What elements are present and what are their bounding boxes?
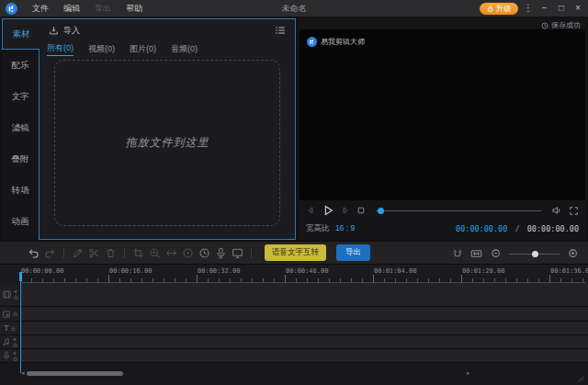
tab-video[interactable]: 视频(0): [88, 43, 115, 55]
magnet-button[interactable]: [451, 248, 463, 260]
toolbar: 语音文字互转 导出: [0, 241, 588, 265]
preview-info: 宽高比 16 : 9 00:00:00.00 / 00:00:00.00: [306, 223, 579, 234]
media-panel-content: 导入 所有(0) 视频(0) 图片(0) 音频(0) 拖放文件到这里: [39, 18, 296, 240]
list-icon: [275, 25, 286, 36]
duration-button[interactable]: [198, 247, 210, 259]
aspect-ratio-value[interactable]: 16 : 9: [335, 223, 355, 232]
maximize-button[interactable]: □: [555, 0, 568, 17]
lock-toggle-icon[interactable]: [14, 295, 18, 300]
import-button[interactable]: 导入: [49, 25, 80, 37]
dropzone-text: 拖放文件到这里: [126, 135, 209, 151]
prev-frame-button[interactable]: [306, 206, 315, 215]
menu-file[interactable]: 文件: [25, 0, 56, 17]
list-view-button[interactable]: [275, 25, 286, 36]
playhead-handle[interactable]: [19, 272, 22, 281]
sidebar-item-filter[interactable]: 滤镜: [2, 112, 39, 143]
lock-toggle-icon[interactable]: [11, 326, 16, 331]
ruler-label: 00:00:16.00: [109, 267, 152, 275]
time-separator: /: [514, 224, 519, 233]
play-button[interactable]: [322, 204, 334, 217]
fullscreen-button[interactable]: [569, 206, 579, 216]
sidebar-item-text[interactable]: 文字: [2, 81, 39, 112]
upgrade-button[interactable]: 升级: [480, 3, 518, 15]
playhead[interactable]: [20, 272, 21, 373]
voiceover-button[interactable]: [215, 247, 227, 259]
h-scrollbar-thumb[interactable]: [27, 371, 123, 376]
resize-grip-icon[interactable]: [576, 374, 585, 383]
speaker-toggle-icon[interactable]: [13, 351, 17, 356]
lock-toggle-icon[interactable]: [13, 343, 17, 347]
progress-handle[interactable]: [378, 208, 384, 214]
ruler-label: 00:00:48.00: [286, 267, 328, 275]
media-panel: 导入 所有(0) 视频(0) 图片(0) 音频(0) 拖放文件到这里 素材 配乐…: [2, 18, 296, 240]
motion-button[interactable]: [165, 247, 177, 259]
track-lane-voiceover: [20, 349, 588, 362]
zoom-out-button[interactable]: [490, 248, 502, 260]
sidebar-item-transition[interactable]: 转场: [2, 175, 39, 206]
speaker-toggle-icon[interactable]: [14, 289, 18, 294]
sidebar-item-overlay[interactable]: 叠附: [2, 143, 39, 175]
zoom-in-button[interactable]: [567, 248, 579, 260]
timeline: 00:00:00.00 00:00:16.00 00:00:32.00 00:0…: [0, 265, 588, 385]
tab-all[interactable]: 所有(0): [47, 42, 74, 56]
lock-icon: [487, 6, 493, 12]
lock-toggle-icon[interactable]: [13, 311, 17, 316]
stop-button[interactable]: [356, 206, 366, 215]
next-frame-button[interactable]: [341, 206, 350, 215]
zoom-button[interactable]: [149, 247, 161, 259]
progress-slider[interactable]: [376, 208, 541, 214]
delete-button[interactable]: [105, 247, 117, 259]
speaker-toggle-icon[interactable]: [13, 337, 17, 342]
app-window: 文件 编辑 导出 帮助 未命名 升级 ⋮ − □ × 导入: [0, 0, 588, 385]
zoom-slider-handle[interactable]: [532, 251, 538, 257]
snapshot-button[interactable]: [182, 247, 194, 259]
window-title: 未命名: [282, 3, 307, 15]
clock-icon: [198, 247, 210, 259]
expand-icon: [569, 206, 579, 216]
media-tabs: 所有(0) 视频(0) 图片(0) 音频(0): [40, 41, 295, 56]
export-button[interactable]: 导出: [336, 244, 370, 261]
menu-edit[interactable]: 编辑: [56, 0, 87, 17]
edit-button[interactable]: [72, 247, 84, 259]
cut-button[interactable]: [88, 247, 100, 259]
window-menu-button[interactable]: ⋮: [522, 0, 535, 17]
fit-timeline-button[interactable]: [470, 248, 482, 260]
lock-toggle-icon[interactable]: [13, 357, 17, 361]
undo-button[interactable]: [28, 247, 40, 259]
track-header-video: [0, 283, 20, 306]
dropzone[interactable]: 拖放文件到这里: [54, 60, 280, 226]
menu-help[interactable]: 帮助: [119, 0, 150, 17]
track-row-voiceover: [0, 349, 588, 363]
monitor-icon: [232, 247, 243, 259]
minimize-button[interactable]: −: [538, 0, 551, 17]
track-header-voiceover: [0, 349, 20, 362]
magnifier-plus-icon: [149, 247, 161, 259]
sidebar-item-music[interactable]: 配乐: [2, 50, 39, 81]
zoom-in-icon: [568, 248, 579, 259]
crop-button[interactable]: [132, 247, 144, 259]
track-header-music: [0, 335, 20, 348]
tab-audio[interactable]: 音频(0): [171, 43, 198, 55]
fit-icon: [470, 247, 482, 260]
timeline-zoom-slider[interactable]: [509, 250, 560, 258]
screen-record-button[interactable]: [232, 247, 243, 259]
toolbar-divider: [63, 248, 64, 258]
sidebar-item-animation[interactable]: 动画: [2, 206, 39, 237]
scroll-right-arrow[interactable]: ▸: [467, 368, 470, 378]
volume-button[interactable]: [551, 205, 562, 216]
scissors-icon: [88, 247, 100, 259]
sidebar-item-media[interactable]: 素材: [2, 18, 40, 50]
scroll-left-arrow[interactable]: ◂: [21, 368, 25, 378]
shutter-icon: [182, 247, 194, 259]
speech-to-text-button[interactable]: 语音文字互转: [265, 244, 326, 261]
tab-image[interactable]: 图片(0): [130, 43, 156, 55]
ruler-label: 00:00:32.00: [198, 267, 240, 275]
timeline-ruler[interactable]: 00:00:00.00 00:00:16.00 00:00:32.00 00:0…: [0, 265, 588, 283]
track-lane-overlay: [20, 307, 588, 321]
time-total: 00:00:00.00: [527, 224, 579, 233]
time-current: 00:00:00.00: [456, 224, 507, 233]
close-button[interactable]: ×: [571, 0, 584, 17]
track-lane-video: [20, 283, 588, 306]
redo-button[interactable]: [44, 247, 56, 259]
track-row-video: [0, 283, 588, 307]
